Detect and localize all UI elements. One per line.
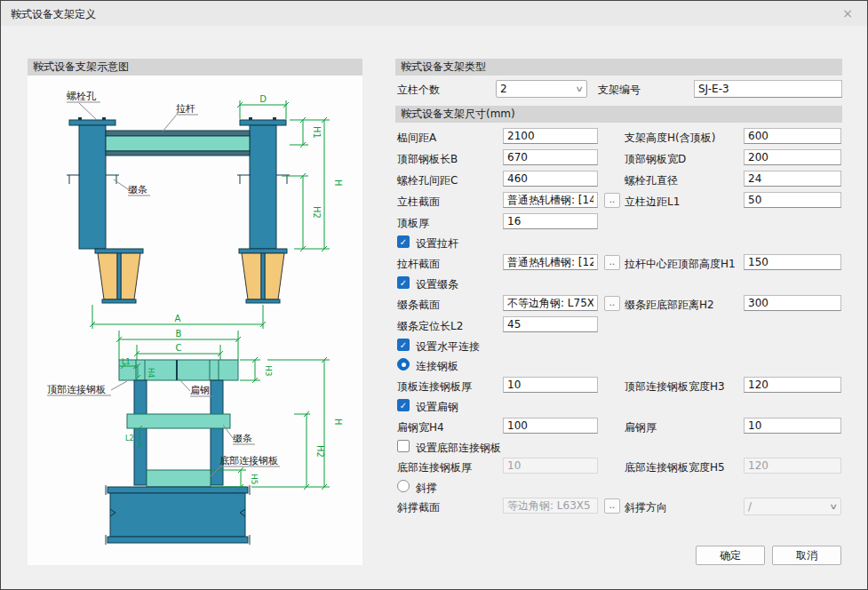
diagonal-brace-section-input — [503, 498, 598, 514]
set-bottom-connection-plate-label: 设置底部连接钢板 — [416, 441, 501, 456]
diagonal-brace-section-label: 斜撑截面 — [397, 500, 440, 515]
right-column-top-plate — [240, 120, 286, 125]
set-bottom-connection-plate-checkbox[interactable] — [397, 440, 410, 452]
dialog-title: 鞍式设备支架定义 — [11, 7, 96, 22]
column-edge-distance-label: 立柱边距L1 — [625, 195, 680, 210]
set-tie-rod-label: 设置拉杆 — [416, 236, 458, 251]
top-plate-width-input[interactable] — [744, 149, 841, 165]
saddle-support-dialog: 鞍式设备支架定义 × 鞍式设备支架示意图 — [0, 0, 868, 590]
set-lacing-checkbox[interactable]: ✓ — [397, 276, 410, 289]
tie-rod-section-input[interactable] — [503, 254, 598, 270]
flat-steel-thickness-input[interactable] — [744, 418, 841, 434]
bolt-hole-spacing-label: 螺栓孔间距C — [397, 173, 458, 188]
lacing-position-length-input[interactable] — [503, 316, 598, 332]
set-flat-steel-checkbox[interactable]: ✓ — [397, 399, 410, 411]
set-flat-steel-label: 设置扁钢 — [416, 400, 458, 415]
flat-steel-width-input[interactable] — [503, 418, 598, 434]
lacing-section-label: 缀条截面 — [397, 298, 440, 313]
connection-plate-radio[interactable] — [397, 358, 410, 371]
bolt-hole-diameter-label: 螺栓孔直径 — [625, 173, 678, 188]
diagonal-brace-direction-label: 斜撑方向 — [625, 500, 667, 515]
flat-steel-width-label: 扁钢宽H4 — [397, 420, 444, 435]
bottom-connection-plate-width-label: 底部连接钢板宽度H5 — [625, 460, 725, 475]
close-icon[interactable]: × — [840, 6, 855, 20]
top-plate-thickness-label: 顶板厚 — [397, 216, 429, 231]
set-tie-rod-checkbox[interactable]: ✓ — [397, 235, 410, 248]
column-section-input[interactable] — [503, 192, 598, 208]
lacing-position-length-label: 缀条定位长L2 — [397, 319, 463, 334]
top-plate-length-label: 顶部钢板长B — [397, 152, 458, 167]
pin-spacing-label: 榀间距A — [397, 131, 436, 146]
diagonal-brace-label: 斜撑 — [416, 481, 437, 496]
set-horizontal-connection-checkbox[interactable]: ✓ — [397, 339, 410, 351]
left-column-top-plate — [69, 120, 115, 125]
lacing-bottom-distance-input[interactable] — [744, 295, 841, 311]
set-horizontal-connection-label: 设置水平连接 — [416, 339, 480, 355]
support-height-input[interactable] — [744, 128, 841, 144]
diagonal-brace-direction-value: / — [748, 500, 752, 513]
tie-rod-section-label: 拉杆截面 — [397, 257, 440, 272]
lacing-bottom-distance-label: 缀条距底部距离H2 — [625, 298, 714, 313]
chevron-down-icon: ∨ — [830, 502, 839, 511]
top-connection-plate-thickness-input[interactable] — [503, 377, 598, 393]
support-id-input[interactable] — [694, 80, 842, 98]
column-section-browse-button[interactable]: .. — [604, 193, 620, 208]
tie-rod-center-height-input[interactable] — [744, 254, 841, 270]
top-plate-length-input[interactable] — [503, 149, 598, 165]
diagram-panel-header: 鞍式设备支架示意图 — [28, 59, 362, 76]
top-plate-thickness-input[interactable] — [503, 213, 598, 229]
diagonal-brace-radio[interactable] — [397, 480, 410, 492]
lacing-section-input[interactable] — [503, 295, 598, 311]
tie-rod-label: 拉杆 — [176, 103, 195, 115]
set-lacing-label: 设置缀条 — [416, 277, 458, 292]
ok-button[interactable]: 确定 — [696, 546, 765, 565]
column-edge-distance-input[interactable] — [744, 192, 841, 208]
type-section-header: 鞍式设备支架类型 — [395, 59, 842, 76]
titlebar: 鞍式设备支架定义 × — [1, 1, 867, 26]
tie-rod-center-height-label: 拉杆中心距顶部高度H1 — [625, 257, 736, 272]
top-connection-plate-width-label: 顶部连接钢板宽度H3 — [625, 379, 725, 395]
size-section-header: 鞍式设备支架尺寸(mm) — [395, 106, 842, 123]
bottom-connection-plate-width-input — [744, 458, 841, 474]
connection-plate-label: 连接钢板 — [416, 359, 458, 374]
top-connection-plate-thickness-label: 顶板连接钢板厚 — [397, 379, 472, 395]
column-count-label: 立柱个数 — [397, 83, 440, 98]
support-height-label: 支架高度H(含顶板) — [625, 131, 715, 146]
top-plate-width-label: 顶部钢板宽D — [625, 152, 686, 167]
bottom-connection-plate-thickness-label: 底部连接钢板厚 — [397, 460, 472, 475]
column-count-value: 2 — [500, 83, 507, 95]
column-count-select[interactable]: 2 ∨ — [496, 80, 587, 98]
lacing-section-browse-button[interactable]: .. — [604, 296, 620, 311]
flat-steel-thickness-label: 扁钢厚 — [625, 420, 657, 435]
radio-dot — [402, 363, 406, 367]
bolt-hole-diameter-input[interactable] — [744, 171, 841, 187]
bottom-connection-plate-thickness-input — [503, 458, 598, 474]
column-section-label: 立柱截面 — [397, 195, 440, 210]
pin-spacing-input[interactable] — [503, 128, 598, 144]
chevron-down-icon: ∨ — [576, 84, 585, 93]
tie-rod-section-browse-button[interactable]: .. — [604, 255, 620, 270]
cancel-button[interactable]: 取消 — [772, 546, 841, 565]
diagonal-brace-browse-button[interactable]: .. — [604, 498, 620, 514]
top-connection-plate-width-input[interactable] — [744, 377, 841, 393]
bolt-hole-spacing-input[interactable] — [503, 171, 598, 187]
diagonal-brace-direction-select: / ∨ — [744, 498, 841, 515]
support-id-label: 支架编号 — [598, 83, 641, 98]
